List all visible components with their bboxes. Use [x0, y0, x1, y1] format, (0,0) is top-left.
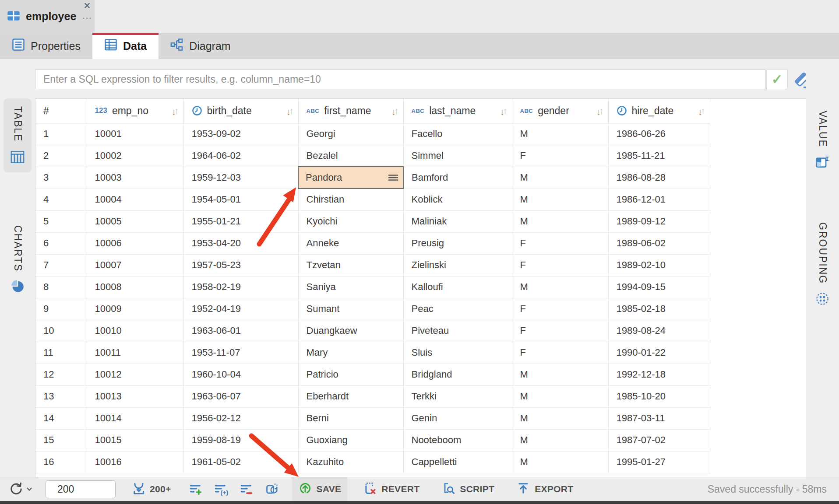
sort-icon[interactable]: ↓↑	[391, 105, 399, 117]
cell-hire_date[interactable]: 1989-08-24	[608, 320, 710, 342]
cell-birth_date[interactable]: 1954-05-01	[183, 189, 298, 210]
cell-first_name[interactable]: Anneke	[298, 232, 403, 254]
cell-emp_no[interactable]: 10008	[87, 276, 183, 298]
row-number[interactable]: 12	[35, 364, 87, 385]
cell-emp_no[interactable]: 10011	[87, 342, 183, 364]
cell-birth_date[interactable]: 1952-04-19	[183, 298, 298, 320]
refresh-rows-icon[interactable]	[265, 482, 279, 496]
cell-hire_date[interactable]: 1994-09-15	[608, 276, 710, 298]
cell-first_name[interactable]: Saniya	[298, 276, 403, 298]
cell-emp_no[interactable]: 10009	[87, 298, 183, 320]
selected-cell-first_name[interactable]: Pandora	[298, 167, 403, 189]
cell-gender[interactable]: F	[512, 320, 608, 342]
cell-emp_no[interactable]: 10006	[87, 232, 183, 254]
cell-first_name[interactable]: Mary	[298, 342, 403, 364]
cell-first_name[interactable]: Kazuhito	[298, 451, 403, 473]
cell-hire_date[interactable]: 1985-10-20	[608, 385, 710, 407]
cell-hire_date[interactable]: 1987-07-02	[608, 429, 710, 451]
cell-emp_no[interactable]: 10014	[87, 407, 183, 429]
delete-row-icon[interactable]	[240, 482, 254, 496]
cell-emp_no[interactable]: 10005	[87, 210, 183, 232]
sort-icon[interactable]: ↓↑	[500, 105, 508, 117]
cell-emp_no[interactable]: 10013	[87, 385, 183, 407]
cell-gender[interactable]: M	[512, 385, 608, 407]
cell-last_name[interactable]: Cappelletti	[403, 451, 512, 473]
row-number[interactable]: 2	[35, 145, 87, 167]
export-button[interactable]: EXPORT	[510, 477, 579, 501]
sort-icon[interactable]: ↓↑	[172, 105, 179, 117]
row-number[interactable]: 16	[35, 451, 87, 473]
row-number[interactable]: 4	[35, 189, 87, 210]
rail-tab-grouping[interactable]: GROUPING	[808, 214, 836, 314]
cell-hire_date[interactable]: 1985-11-21	[608, 145, 710, 167]
fetch-size-input[interactable]	[46, 480, 116, 498]
cell-first_name[interactable]: Georgi	[298, 123, 403, 145]
duplicate-row-icon[interactable]: (+)	[214, 482, 228, 496]
tab-data[interactable]: Data	[92, 33, 159, 59]
cell-birth_date[interactable]: 1953-04-20	[183, 232, 298, 254]
cell-birth_date[interactable]: 1963-06-01	[183, 320, 298, 342]
cell-last_name[interactable]: Bamford	[403, 167, 512, 189]
editor-tab-employee[interactable]: employee × …	[0, 0, 95, 33]
cell-first_name[interactable]: Eberhardt	[298, 385, 403, 407]
cell-last_name[interactable]: Bridgland	[403, 364, 512, 385]
cell-emp_no[interactable]: 10016	[87, 451, 183, 473]
save-button[interactable]: SAVE	[292, 477, 348, 501]
cell-last_name[interactable]: Genin	[403, 407, 512, 429]
cell-last_name[interactable]: Piveteau	[403, 320, 512, 342]
cell-gender[interactable]: M	[512, 167, 608, 189]
cell-birth_date[interactable]: 1953-09-02	[183, 123, 298, 145]
cell-last_name[interactable]: Sluis	[403, 342, 512, 364]
chevron-down-icon[interactable]	[26, 487, 32, 491]
cell-gender[interactable]: F	[512, 342, 608, 364]
cell-birth_date[interactable]: 1959-08-19	[183, 429, 298, 451]
cell-gender[interactable]: M	[512, 123, 608, 145]
row-number[interactable]: 14	[35, 407, 87, 429]
cell-hire_date[interactable]: 1989-09-12	[608, 210, 710, 232]
row-number[interactable]: 6	[35, 232, 87, 254]
cell-gender[interactable]: F	[512, 298, 608, 320]
row-number[interactable]: 9	[35, 298, 87, 320]
cell-birth_date[interactable]: 1960-10-04	[183, 364, 298, 385]
cell-emp_no[interactable]: 10007	[87, 254, 183, 276]
tab-properties[interactable]: Properties	[0, 33, 92, 59]
column-header-first_name[interactable]: ABCfirst_name↓↑	[298, 99, 403, 123]
cell-gender[interactable]: M	[512, 210, 608, 232]
cell-first_name[interactable]: Chirstian	[298, 189, 403, 210]
column-header-birth_date[interactable]: birth_date↓↑	[183, 99, 298, 123]
cell-hire_date[interactable]: 1985-02-18	[608, 298, 710, 320]
cell-last_name[interactable]: Terkki	[403, 385, 512, 407]
cell-last_name[interactable]: Simmel	[403, 145, 512, 167]
rail-tab-table[interactable]: TABLE	[4, 98, 32, 172]
cell-emp_no[interactable]: 10003	[87, 167, 183, 189]
row-number[interactable]: 5	[35, 210, 87, 232]
cell-gender[interactable]: M	[512, 407, 608, 429]
row-number[interactable]: 1	[35, 123, 87, 145]
row-number[interactable]: 8	[35, 276, 87, 298]
cell-hire_date[interactable]: 1986-06-26	[608, 123, 710, 145]
column-header-gender[interactable]: ABCgender↓↑	[512, 99, 608, 123]
rail-tab-value[interactable]: VALUE	[808, 103, 836, 177]
cell-last_name[interactable]: Maliniak	[403, 210, 512, 232]
cell-hire_date[interactable]: 1990-01-22	[608, 342, 710, 364]
cell-emp_no[interactable]: 10001	[87, 123, 183, 145]
cell-hire_date[interactable]: 1987-03-11	[608, 407, 710, 429]
cell-emp_no[interactable]: 10002	[87, 145, 183, 167]
row-number[interactable]: 11	[35, 342, 87, 364]
cell-hire_date[interactable]: 1986-12-01	[608, 189, 710, 210]
revert-button[interactable]: REVERT	[357, 477, 426, 501]
cell-birth_date[interactable]: 1955-01-21	[183, 210, 298, 232]
rail-tab-charts[interactable]: CHARTS	[4, 217, 32, 301]
cell-first_name[interactable]: Patricio	[298, 364, 403, 385]
sort-icon[interactable]: ↓↑	[698, 105, 705, 117]
cell-first_name[interactable]: Sumant	[298, 298, 403, 320]
column-header-emp_no[interactable]: 123emp_no↓↑	[87, 99, 183, 123]
cell-emp_no[interactable]: 10010	[87, 320, 183, 342]
cell-first_name[interactable]: Berni	[298, 407, 403, 429]
refresh-icon[interactable]	[9, 482, 24, 497]
cell-menu-icon[interactable]	[388, 174, 398, 181]
cell-birth_date[interactable]: 1961-05-02	[183, 451, 298, 473]
cell-last_name[interactable]: Zielinski	[403, 254, 512, 276]
cell-gender[interactable]: M	[512, 364, 608, 385]
more-options-icon[interactable]: …	[82, 13, 93, 18]
